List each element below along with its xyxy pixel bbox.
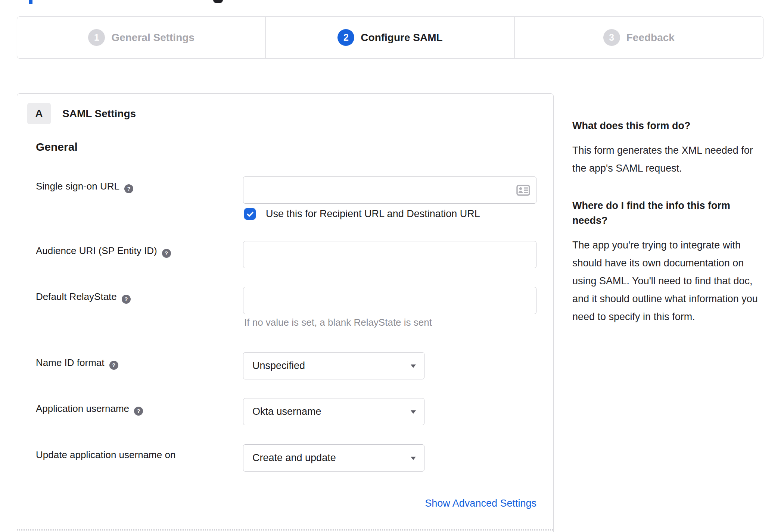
cutoff-logo-fragment: [213, 0, 223, 3]
step-number-badge: 2: [337, 29, 354, 46]
select-value: Create and update: [252, 452, 336, 464]
checkbox-label: Use this for Recipient URL and Destinati…: [266, 208, 480, 220]
sidebar-body-text: This form generates the XML needed for t…: [572, 141, 765, 177]
step-number-badge: 3: [603, 29, 620, 46]
caret-down-icon: [411, 364, 416, 368]
contact-card-icon[interactable]: [516, 185, 530, 196]
sidebar-section-what: What does this form do? This form genera…: [572, 118, 765, 177]
saml-settings-card: A SAML Settings General Single sign-on U…: [17, 93, 554, 532]
section-title: SAML Settings: [62, 108, 136, 120]
application-username-select[interactable]: Okta username: [243, 398, 424, 425]
caret-down-icon: [411, 410, 416, 414]
step-label: Configure SAML: [361, 32, 442, 44]
default-relaystate-input[interactable]: [243, 287, 536, 314]
question-mark-icon[interactable]: ?: [134, 407, 143, 416]
section-dotted-divider: [17, 529, 553, 531]
wizard-stepper: 1 General Settings 2 Configure SAML 3 Fe…: [17, 16, 763, 59]
label-update-application-username-on: Update application username on: [36, 449, 175, 461]
caret-down-icon: [411, 457, 416, 460]
section-a-badge: A: [27, 103, 51, 124]
question-mark-icon[interactable]: ?: [109, 361, 118, 370]
checkmark-icon[interactable]: [244, 208, 256, 220]
cutoff-title-fragment: [29, 0, 32, 4]
sidebar-heading: Where do I find the info this form needs…: [572, 198, 765, 228]
step-general-settings[interactable]: 1 General Settings: [17, 17, 265, 58]
recipient-url-checkbox-row: Use this for Recipient URL and Destinati…: [244, 208, 480, 220]
show-advanced-settings-link[interactable]: Show Advanced Settings: [425, 498, 536, 509]
single-sign-on-url-input[interactable]: [243, 176, 536, 204]
step-feedback[interactable]: 3 Feedback: [514, 17, 763, 58]
help-sidebar: What does this form do? This form genera…: [572, 118, 765, 326]
update-application-username-select[interactable]: Create and update: [243, 444, 424, 472]
sidebar-section-where: Where do I find the info this form needs…: [572, 198, 765, 326]
step-number-badge: 1: [88, 29, 105, 46]
question-mark-icon[interactable]: ?: [124, 184, 133, 193]
question-mark-icon[interactable]: ?: [122, 295, 131, 304]
label-audience-uri: Audience URI (SP Entity ID)?: [36, 245, 171, 258]
relaystate-helper-text: If no value is set, a blank RelayState i…: [244, 317, 432, 328]
step-label: General Settings: [111, 32, 195, 44]
sidebar-body-text: The app you're trying to integrate with …: [572, 236, 765, 326]
audience-uri-input[interactable]: [243, 241, 536, 268]
label-single-sign-on-url: Single sign-on URL?: [36, 181, 133, 193]
step-configure-saml[interactable]: 2 Configure SAML: [265, 17, 514, 58]
step-label: Feedback: [626, 32, 675, 44]
label-default-relaystate: Default RelayState?: [36, 291, 131, 304]
sidebar-heading: What does this form do?: [572, 118, 765, 133]
group-title-general: General: [36, 141, 78, 153]
label-name-id-format: Name ID format?: [36, 357, 118, 370]
question-mark-icon[interactable]: ?: [162, 249, 171, 258]
select-value: Unspecified: [252, 360, 305, 372]
select-value: Okta username: [252, 406, 321, 417]
label-application-username: Application username?: [36, 403, 143, 416]
name-id-format-select[interactable]: Unspecified: [243, 352, 424, 379]
